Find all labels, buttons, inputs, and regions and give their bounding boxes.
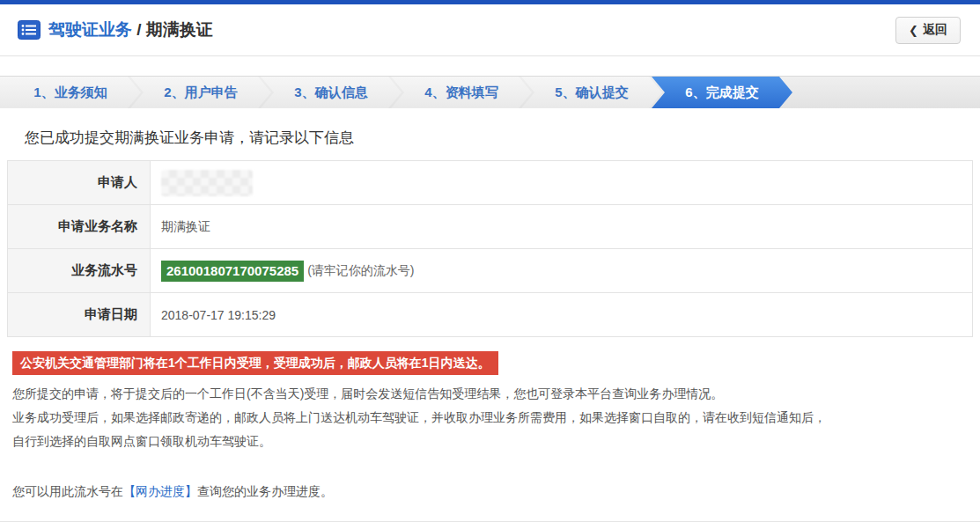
table-row-application-date: 申请日期 2018-07-17 19:15:29: [8, 293, 973, 337]
application-info-table: 申请人 申请业务名称 期满换证 业务流水号 261001807170075285…: [7, 160, 973, 337]
header-steps-gap: [0, 56, 980, 76]
progress-query-line: 您可以用此流水号在【网办进度】查询您的业务办理进度。: [7, 453, 973, 504]
list-icon: [18, 20, 41, 40]
page-title-primary: 驾驶证业务: [48, 20, 132, 39]
header-title-group: 驾驶证业务 / 期满换证: [18, 18, 213, 41]
row-value-service-name: 期满换证: [151, 205, 973, 249]
page-title-secondary: 期满换证: [146, 20, 213, 39]
note-paragraph-3: 自行到选择的自取网点窗口领取机动车驾驶证。: [12, 430, 968, 453]
main-content: 您已成功提交期满换证业务申请，请记录以下信息 申请人 申请业务名称 期满换证 业…: [0, 108, 980, 504]
step-3-confirm-info: 3、确认信息: [261, 77, 402, 108]
back-button-label: 返回: [923, 22, 947, 38]
page: 驾驶证业务 / 期满换证 ❮ 返回 1、业务须知 2、用户申告 3、确认信息 4…: [0, 0, 980, 522]
row-label-application-date: 申请日期: [8, 293, 151, 337]
row-label-service-name: 申请业务名称: [8, 205, 151, 249]
page-title: 驾驶证业务 / 期满换证: [48, 18, 213, 41]
step-4-fill-materials: 4、资料填写: [391, 77, 532, 108]
row-label-serial-number: 业务流水号: [8, 249, 151, 293]
page-title-separator: /: [132, 20, 146, 39]
warning-banner-wrap: 公安机关交通管理部门将在1个工作日内受理，受理成功后，邮政人员将在1日内送达。: [7, 337, 973, 380]
table-row-serial-number: 业务流水号 261001807170075285(请牢记你的流水号): [8, 249, 973, 293]
table-row-applicant: 申请人: [8, 161, 973, 205]
back-button[interactable]: ❮ 返回: [895, 17, 961, 44]
progress-line-suffix: 查询您的业务办理进度。: [197, 484, 333, 498]
chevron-left-icon: ❮: [909, 25, 918, 36]
warning-banner: 公安机关交通管理部门将在1个工作日内受理，受理成功后，邮政人员将在1日内送达。: [12, 351, 498, 375]
note-paragraph-1: 您所提交的申请，将于提交后的一个工作日(不含当天)受理，届时会发送短信告知受理结…: [12, 382, 968, 406]
table-row-service-name: 申请业务名称 期满换证: [8, 205, 973, 249]
step-6-submission-complete: 6、完成提交: [652, 77, 792, 108]
redacted-applicant-name: [161, 170, 253, 196]
row-value-application-date: 2018-07-17 19:15:29: [151, 293, 973, 337]
step-5-confirm-submit: 5、确认提交: [521, 77, 662, 108]
row-value-serial-number: 261001807170075285(请牢记你的流水号): [151, 249, 973, 293]
online-progress-link[interactable]: 【网办进度】: [123, 484, 197, 498]
notes-paragraphs: 您所提交的申请，将于提交后的一个工作日(不含当天)受理，届时会发送短信告知受理结…: [7, 380, 973, 453]
success-heading: 您已成功提交期满换证业务申请，请记录以下信息: [7, 108, 973, 160]
serial-number-note: (请牢记你的流水号): [307, 263, 414, 277]
row-value-applicant: [151, 161, 973, 205]
row-label-applicant: 申请人: [8, 161, 151, 205]
header: 驾驶证业务 / 期满换证 ❮ 返回: [0, 4, 980, 56]
step-2-user-declaration: 2、用户申告: [130, 77, 271, 108]
note-paragraph-2: 业务成功受理后，如果选择邮政寄递的，邮政人员将上门送达机动车驾驶证，并收取办理业…: [12, 406, 968, 430]
serial-number-badge: 261001807170075285: [161, 261, 304, 282]
progress-line-prefix: 您可以用此流水号在: [12, 484, 123, 498]
step-progress-bar: 1、业务须知 2、用户申告 3、确认信息 4、资料填写 5、确认提交 6、完成提…: [0, 76, 980, 108]
step-1-business-notice: 1、业务须知: [0, 77, 141, 108]
